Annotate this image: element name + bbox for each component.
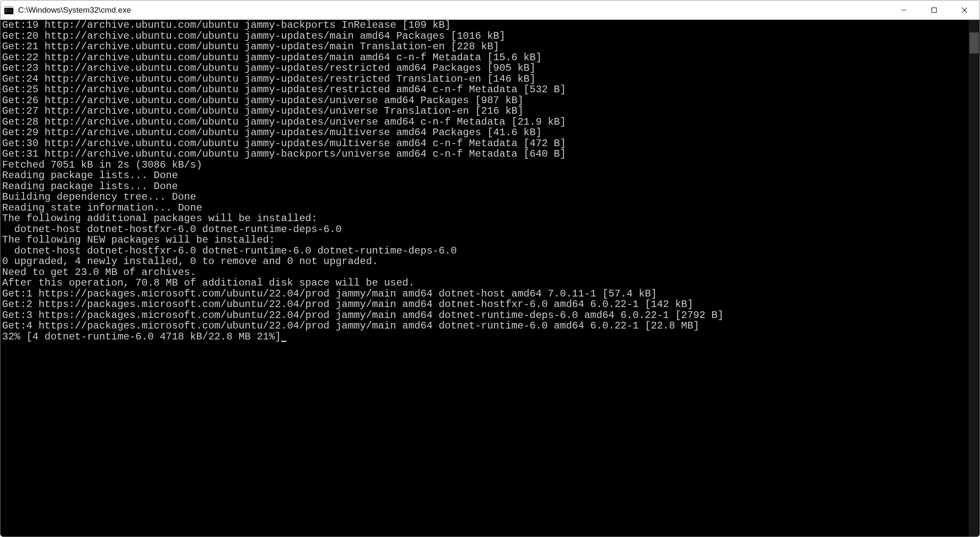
terminal-line: Reading package lists... Done (2, 181, 178, 192)
minimize-icon (901, 7, 907, 13)
svg-rect-4 (932, 8, 937, 12)
terminal-line: Get:20 http://archive.ubuntu.com/ubuntu … (2, 30, 505, 42)
window-title: C:\Windows\System32\cmd.exe (18, 5, 889, 15)
terminal-line: Get:4 https://packages.microsoft.com/ubu… (2, 320, 699, 331)
minimize-button[interactable] (889, 0, 919, 19)
scrollbar-track[interactable] (969, 20, 980, 537)
titlebar[interactable]: C:\ C:\Windows\System32\cmd.exe (0, 0, 980, 20)
close-button[interactable] (949, 0, 980, 19)
terminal-line: After this operation, 70.8 MB of additio… (2, 277, 414, 289)
terminal-line: 32% [4 dotnet-runtime-6.0 4718 kB/22.8 M… (2, 331, 281, 342)
terminal-line: Reading package lists... Done (2, 170, 178, 181)
terminal-line: Get:25 http://archive.ubuntu.com/ubuntu … (2, 84, 566, 95)
terminal-line: Get:30 http://archive.ubuntu.com/ubuntu … (2, 138, 566, 149)
terminal-line: Get:31 http://archive.ubuntu.com/ubuntu … (2, 148, 566, 160)
terminal-line: 0 upgraded, 4 newly installed, 0 to remo… (2, 256, 378, 267)
terminal-line: Get:22 http://archive.ubuntu.com/ubuntu … (2, 52, 542, 63)
terminal-line: The following additional packages will b… (2, 213, 317, 224)
close-icon (961, 7, 967, 13)
terminal-line: Reading state information... Done (2, 202, 202, 214)
terminal-line: Fetched 7051 kB in 2s (3086 kB/s) (2, 159, 202, 171)
scrollbar-thumb[interactable] (969, 32, 979, 53)
terminal-line: Need to get 23.0 MB of archives. (2, 267, 196, 278)
terminal-line: Get:26 http://archive.ubuntu.com/ubuntu … (2, 95, 524, 106)
svg-text:C:\: C:\ (5, 9, 12, 13)
terminal-line: Get:2 https://packages.microsoft.com/ubu… (2, 299, 693, 310)
cmd-window: C:\ C:\Windows\System32\cmd.exe (0, 0, 980, 537)
terminal-area: Get:19 http://archive.ubuntu.com/ubuntu … (0, 20, 980, 537)
terminal-line: Get:3 https://packages.microsoft.com/ubu… (2, 310, 724, 321)
maximize-icon (931, 7, 937, 13)
terminal-line: Get:1 https://packages.microsoft.com/ubu… (2, 288, 657, 299)
terminal-line: Get:23 http://archive.ubuntu.com/ubuntu … (2, 62, 535, 74)
cmd-icon: C:\ (4, 5, 14, 15)
terminal-line: dotnet-host dotnet-hostfxr-6.0 dotnet-ru… (2, 224, 342, 235)
terminal-line: Get:29 http://archive.ubuntu.com/ubuntu … (2, 127, 542, 138)
svg-rect-1 (4, 6, 13, 8)
terminal-line: dotnet-host dotnet-hostfxr-6.0 dotnet-ru… (2, 245, 457, 256)
terminal-output[interactable]: Get:19 http://archive.ubuntu.com/ubuntu … (0, 20, 969, 537)
terminal-line: Building dependency tree... Done (2, 191, 196, 203)
cursor (281, 334, 286, 342)
terminal-line: Get:28 http://archive.ubuntu.com/ubuntu … (2, 116, 566, 128)
terminal-line: Get:27 http://archive.ubuntu.com/ubuntu … (2, 105, 524, 117)
terminal-line: Get:21 http://archive.ubuntu.com/ubuntu … (2, 41, 499, 52)
window-controls (889, 0, 980, 19)
terminal-line: The following NEW packages will be insta… (2, 234, 275, 246)
terminal-line: Get:24 http://archive.ubuntu.com/ubuntu … (2, 73, 535, 85)
terminal-line: Get:19 http://archive.ubuntu.com/ubuntu … (2, 20, 451, 31)
maximize-button[interactable] (919, 0, 949, 19)
